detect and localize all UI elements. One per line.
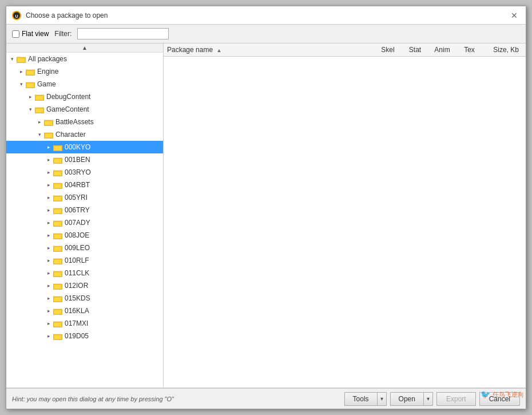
svg-rect-6 [26,70,34,75]
svg-rect-10 [35,96,43,100]
folder-icon-012ior [53,282,62,290]
tree-item-006try[interactable]: 006TRY [6,204,163,216]
tree-item-015kds[interactable]: 015KDS [6,292,163,305]
svg-text:U: U [15,14,18,18]
chevron-006try [45,207,52,214]
dialog-title: Choose a package to open [26,11,108,19]
close-button[interactable]: ✕ [509,10,520,21]
col-header-stat: Stat [402,46,428,54]
folder-icon-010rlf [53,256,62,264]
tree-item-017mxi[interactable]: 017MXI [6,317,163,330]
tree-item-019d05[interactable]: 019D05 [6,330,163,342]
chevron-001ben [45,156,52,163]
filter-input[interactable] [77,28,169,39]
main-dialog: U Choose a package to open ✕ Flat view F… [6,6,526,409]
svg-rect-24 [54,184,62,188]
tree-item-011clk[interactable]: 011CLK [6,267,163,279]
chevron-000kyo [45,144,52,151]
tree-item-001ben[interactable]: 001BEN [6,153,163,166]
app-icon: U [12,11,21,20]
tree-label-017mxi: 017MXI [65,319,88,327]
tree-item-debugcontent[interactable]: DebugContent [6,90,163,103]
tree-label-015kds: 015KDS [65,294,90,302]
folder-icon-007ady [53,219,62,227]
tree-label-game: Game [37,80,56,88]
tree-label-debugcontent: DebugContent [46,93,90,101]
svg-rect-42 [54,297,62,302]
chevron-011clk [45,270,52,276]
tree-item-character[interactable]: Character [6,128,163,141]
tree-label-007ady: 007ADY [65,219,90,227]
folder-icon-game [26,80,35,88]
chevron-012ior [45,282,52,289]
hint-text: Hint: you may open this dialog at any ti… [12,396,174,402]
open-split-button: Open ▾ [390,392,433,406]
title-bar: U Choose a package to open ✕ [6,6,526,25]
folder-icon-001ben [53,156,62,164]
folder-icon-019d05 [53,332,62,340]
tree-item-all-packages[interactable]: All packages [6,53,163,65]
svg-rect-26 [54,196,62,201]
tree-item-000kyo[interactable]: 000KYO [6,141,163,153]
tree-item-game[interactable]: Game [6,78,163,90]
folder-icon-016kla [53,307,62,315]
chevron-003ryo [45,169,52,176]
col-header-size: Size, Kb [482,46,522,54]
flat-view-checkbox[interactable] [12,30,19,38]
open-button[interactable]: Open [390,392,423,406]
sort-arrow-name: ▲ [216,48,221,53]
tools-dropdown-arrow[interactable]: ▾ [377,392,387,406]
folder-icon-009leo [53,244,62,252]
open-dropdown-arrow[interactable]: ▾ [423,392,433,406]
svg-rect-40 [54,284,62,289]
tools-button[interactable]: Tools [344,392,377,406]
chevron-009leo [45,244,52,251]
tree-item-010rlf[interactable]: 010RLF [6,254,163,267]
folder-icon-battleassets [44,118,53,126]
col-header-skel: Skel [374,46,402,54]
tree-item-003ryo[interactable]: 003RYO [6,166,163,179]
tree-label-006try: 006TRY [65,206,90,214]
chevron-017mxi [45,320,52,327]
tree-label-009leo: 009LEO [65,244,90,252]
col-header-anim: Anim [428,46,456,54]
tree-item-008joe[interactable]: 008JOE [6,229,163,242]
export-button[interactable]: Export [436,392,476,406]
tree-item-gamecontent[interactable]: GameContent [6,103,163,116]
tree-panel: ▲ All packages [6,44,164,388]
chevron-007ady [45,219,52,226]
main-content: ▲ All packages [6,44,526,388]
folder-icon-015kds [53,294,62,302]
title-bar-left: U Choose a package to open [12,11,108,20]
tree-label-008joe: 008JOE [65,231,89,239]
svg-rect-34 [54,247,62,251]
folder-icon-000kyo [53,143,62,151]
tree-item-007ady[interactable]: 007ADY [6,216,163,229]
chevron-016kla [45,307,52,314]
tree-label-019d05: 019D05 [65,332,89,340]
chevron-all-packages [9,56,15,62]
tree-label-010rlf: 010RLF [65,256,89,264]
scroll-up-button[interactable]: ▲ [82,45,88,51]
folder-icon-008joe [53,231,62,239]
flat-view-label[interactable]: Flat view [22,30,49,38]
tree-item-005yri[interactable]: 005YRI [6,191,163,204]
tree-item-016kla[interactable]: 016KLA [6,305,163,317]
svg-rect-12 [35,108,43,113]
tree-item-engine[interactable]: Engine [6,65,163,78]
col-header-tex: Tex [456,46,482,54]
tree-item-009leo[interactable]: 009LEO [6,242,163,254]
tree-item-battleassets[interactable]: BattleAssets [6,116,163,128]
tree-item-012ior[interactable]: 012IOR [6,279,163,292]
tree-label-005yri: 005YRI [65,193,88,201]
cancel-button[interactable]: Cancel [479,392,520,406]
svg-rect-28 [54,209,62,214]
button-group: Tools ▾ Open ▾ Export Cancel [344,392,520,406]
svg-rect-16 [45,133,53,138]
folder-icon-character [44,131,53,139]
chevron-battleassets [36,118,43,125]
chevron-008joe [45,232,52,239]
folder-icon-003ryo [53,168,62,176]
tree-label-003ryo: 003RYO [65,168,91,176]
tree-item-004rbt[interactable]: 004RBT [6,179,163,191]
